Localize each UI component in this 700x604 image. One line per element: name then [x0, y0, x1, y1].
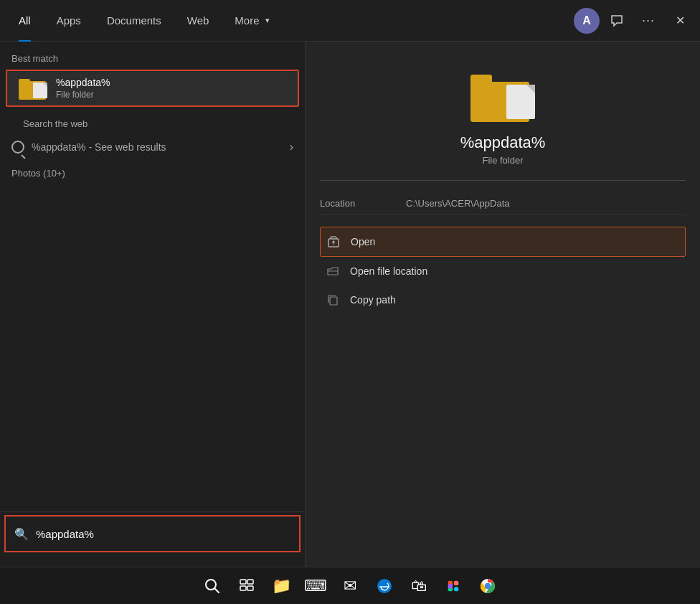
tab-more[interactable]: More ▾ [222, 0, 282, 42]
location-value[interactable]: C:\Users\ACER\AppData [406, 198, 510, 209]
location-row: Location C:\Users\ACER\AppData [320, 192, 686, 215]
taskbar-store[interactable]: 🛍 [403, 570, 435, 602]
tab-apps-label: Apps [57, 14, 81, 27]
more-options-button[interactable]: ··· [634, 6, 663, 35]
open-icon [326, 235, 341, 249]
search-icon [11, 141, 24, 154]
top-nav: All Apps Documents Web More ▾ A ··· ✕ [0, 0, 700, 42]
folder-open-icon [326, 264, 340, 278]
app-folder-icon [470, 70, 535, 122]
location-label: Location [320, 198, 406, 209]
tab-documents[interactable]: Documents [94, 0, 174, 42]
taskbar-edge[interactable] [369, 570, 400, 602]
folder-icon [19, 77, 47, 100]
web-query-value: %appdata% [32, 141, 86, 153]
photos-section: Photos (10+) [0, 168, 305, 181]
tab-all[interactable]: All [6, 0, 44, 42]
left-panel: Best match %appdata% File folder Search … [0, 42, 305, 567]
search-bar-icon: 🔍 [14, 527, 29, 541]
main-layout: Best match %appdata% File folder Search … [0, 42, 700, 567]
app-title: %appdata% [460, 133, 546, 152]
tab-documents-label: Documents [107, 14, 161, 27]
web-section: Search the web %appdata% - See web resul… [0, 118, 305, 159]
chevron-down-icon: ▾ [265, 16, 270, 25]
best-match-heading: Best match [0, 53, 305, 64]
svg-rect-13 [448, 583, 453, 588]
taskbar-taskview[interactable] [231, 570, 262, 602]
tab-web[interactable]: Web [174, 0, 222, 42]
best-match-item[interactable]: %appdata% File folder [6, 70, 299, 107]
avatar-button[interactable]: A [574, 8, 600, 34]
arrow-right-icon: › [290, 141, 293, 154]
best-match-text: %appdata% File folder [56, 77, 286, 100]
search-bar-container: 🔍 %appdata% [0, 511, 305, 555]
feedback-button[interactable] [602, 6, 631, 35]
search-bar-value: %appdata% [36, 528, 94, 540]
svg-point-8 [377, 579, 392, 593]
tab-web-label: Web [187, 14, 209, 27]
taskbar-chrome[interactable] [472, 570, 503, 602]
web-search-item[interactable]: %appdata% - See web results › [11, 135, 293, 159]
svg-point-12 [454, 586, 458, 590]
best-match-type: File folder [56, 90, 286, 100]
open-file-location-action[interactable]: Open file location [320, 257, 686, 286]
svg-rect-1 [330, 297, 337, 305]
right-panel: %appdata% File folder Location C:\Users\… [305, 42, 700, 567]
action-list: Open Open file location [320, 227, 686, 314]
photos-heading: Photos (10+) [11, 168, 293, 179]
tab-apps[interactable]: Apps [44, 0, 94, 42]
nav-actions: A ··· ✕ [574, 6, 694, 35]
copy-icon [326, 293, 340, 307]
svg-rect-5 [247, 580, 253, 584]
copy-path-label: Copy path [350, 294, 396, 306]
svg-rect-6 [240, 586, 246, 590]
web-section-heading: Search the web [11, 118, 293, 129]
svg-point-16 [485, 583, 491, 589]
taskbar-figma[interactable] [438, 570, 469, 602]
search-bar[interactable]: 🔍 %appdata% [4, 515, 301, 552]
web-query-text: %appdata% - See web results [32, 141, 283, 153]
taskbar-search[interactable] [197, 570, 228, 602]
close-button[interactable]: ✕ [666, 6, 694, 35]
open-label: Open [351, 236, 375, 247]
taskbar-explorer[interactable]: 📁 [265, 570, 297, 602]
app-subtitle: File folder [482, 155, 523, 166]
taskbar: 📁 ⌨ ✉ 🛍 [0, 567, 700, 604]
taskbar-mail[interactable]: ✉ [334, 570, 366, 602]
svg-line-3 [215, 588, 219, 593]
taskbar-keyboard[interactable]: ⌨ [300, 570, 331, 602]
divider [320, 180, 686, 181]
copy-path-action[interactable]: Copy path [320, 286, 686, 314]
open-file-location-label: Open file location [350, 265, 427, 277]
open-action[interactable]: Open [320, 227, 686, 257]
tab-more-label: More [235, 14, 259, 27]
best-match-name: %appdata% [56, 77, 286, 88]
web-suffix: - See web results [86, 141, 166, 153]
svg-rect-10 [454, 580, 458, 585]
tab-all-label: All [19, 14, 31, 27]
svg-rect-7 [247, 586, 253, 590]
svg-rect-4 [240, 580, 246, 584]
